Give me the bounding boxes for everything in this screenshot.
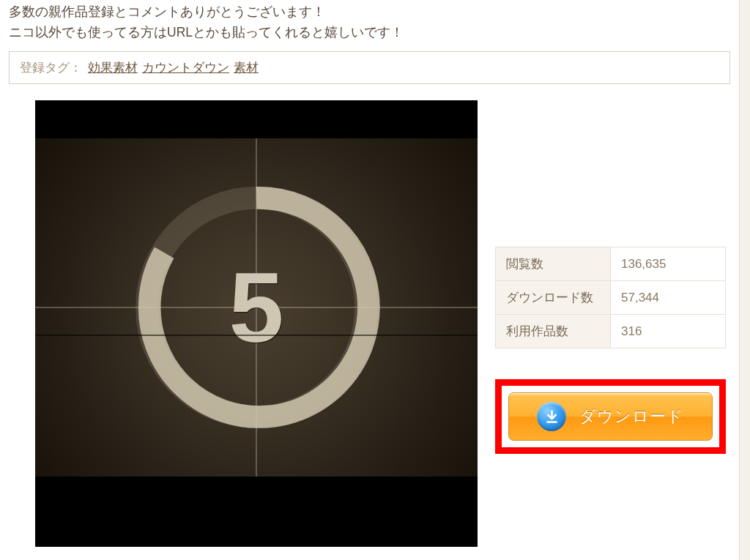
download-label: ダウンロード <box>579 406 684 428</box>
tag-link[interactable]: 効果素材 <box>88 59 138 76</box>
film-scanline <box>35 335 478 336</box>
stat-value: 316 <box>611 315 726 348</box>
stat-key: 閲覧数 <box>496 247 611 281</box>
countdown-digit: 5 <box>229 251 283 365</box>
description-line-1: 多数の親作品登録とコメントありがとうございます！ <box>9 4 325 19</box>
tag-link[interactable]: 素材 <box>234 59 259 76</box>
tags-label: 登録タグ： <box>20 59 82 76</box>
description-text: 多数の親作品登録とコメントありがとうございます！ ニコ以外でも使ってる方はURL… <box>9 1 730 42</box>
download-highlight-frame: ダウンロード <box>495 379 726 454</box>
stat-key: 利用作品数 <box>496 315 611 348</box>
tag-link[interactable]: カウントダウン <box>142 59 229 76</box>
main-row: 5 閲覧数 136,635 ダウンロード数 57,344 利用作品数 316 <box>9 100 730 547</box>
side-column: 閲覧数 136,635 ダウンロード数 57,344 利用作品数 316 <box>495 100 730 454</box>
content-card: 多数の親作品登録とコメントありがとうございます！ ニコ以外でも使ってる方はURL… <box>0 0 740 560</box>
stat-key: ダウンロード数 <box>496 281 611 315</box>
table-row: 閲覧数 136,635 <box>496 247 726 281</box>
table-row: 利用作品数 316 <box>496 315 726 348</box>
video-thumbnail[interactable]: 5 <box>35 100 478 547</box>
download-arrow-icon <box>537 402 566 431</box>
tags-box: 登録タグ： 効果素材 カウントダウン 素材 <box>9 51 730 84</box>
description-line-2: ニコ以外でも使ってる方はURLとかも貼ってくれると嬉しいです！ <box>9 25 404 40</box>
table-row: ダウンロード数 57,344 <box>496 281 726 315</box>
download-button[interactable]: ダウンロード <box>508 392 713 441</box>
stat-value: 57,344 <box>611 281 726 315</box>
stats-table: 閲覧数 136,635 ダウンロード数 57,344 利用作品数 316 <box>495 247 726 348</box>
stat-value: 136,635 <box>611 247 726 281</box>
countdown-frame: 5 <box>35 138 478 477</box>
